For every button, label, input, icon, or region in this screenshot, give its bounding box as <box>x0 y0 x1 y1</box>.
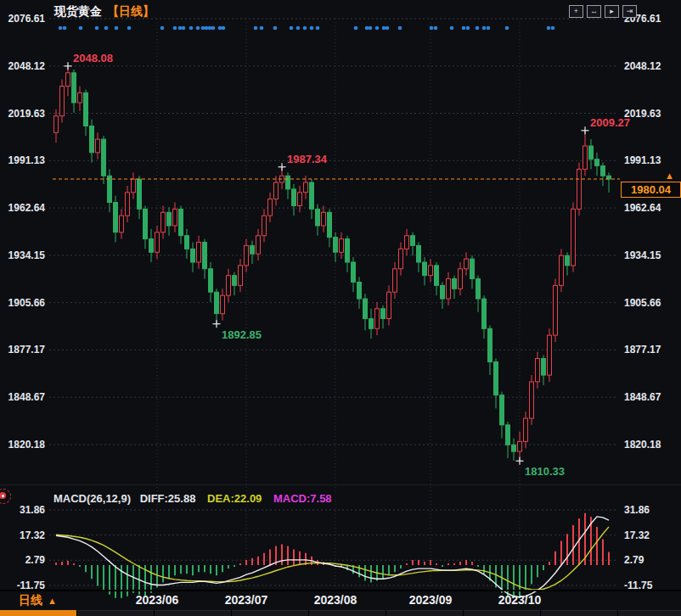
macd-layer <box>56 513 609 598</box>
axis-tick-label: 2019.63 <box>8 108 45 120</box>
panel-divider <box>0 484 681 485</box>
bottom-tab-6[interactable] <box>464 610 540 616</box>
latest-price-arrow-icon: ▲ <box>665 171 674 180</box>
axis-tick-label: 2048.12 <box>624 60 661 72</box>
period-selector[interactable]: 日线▲ <box>19 593 57 608</box>
period-selector-label: 日线 <box>19 593 42 607</box>
bottom-tab-5[interactable] <box>386 610 463 616</box>
macd-diff-value: DIFF:25.88 <box>140 492 196 505</box>
month-tick-2023-08: 2023/08 <box>314 593 357 607</box>
axis-tick-label: 1991.13 <box>624 154 661 166</box>
axis-tick-label: 17.32 <box>20 529 45 541</box>
candle-layer <box>54 66 611 461</box>
axis-tick-label: 1877.17 <box>8 344 45 356</box>
macd-name-label: MACD(26,12,9) <box>53 492 131 505</box>
time-axis: 日线▲ 2023/062023/072023/082023/092023/10 <box>0 591 681 608</box>
symbol-name: 现货黄金 <box>54 4 102 18</box>
chart-title: 现货黄金 【日线】 <box>54 4 155 20</box>
bottom-tab-3[interactable] <box>232 610 308 616</box>
axis-tick-label: 1905.66 <box>624 297 661 309</box>
axis-tick-label: 1820.18 <box>8 439 45 451</box>
axis-tick-label: 2.79 <box>624 554 644 566</box>
axis-tick-label: 2019.63 <box>624 108 661 120</box>
fit-width-tool-icon[interactable]: ↔ <box>587 5 601 18</box>
month-tick-2023-07: 2023/07 <box>225 593 268 607</box>
month-tick-2023-09: 2023/09 <box>409 593 453 607</box>
bottom-tab-0[interactable] <box>0 610 76 616</box>
axis-tick-label: 2.79 <box>25 554 45 566</box>
axis-tick-label: 1820.18 <box>624 439 661 451</box>
price-axis-left: 2076.612048.122019.631991.131962.641934.… <box>0 0 47 616</box>
move-tool-icon[interactable]: + <box>569 5 583 18</box>
axis-tick-label: 1877.17 <box>624 344 661 356</box>
month-tick-2023-10: 2023/10 <box>498 593 542 607</box>
period-up-arrow-icon: ▲ <box>48 596 57 606</box>
bottom-tab-2[interactable] <box>155 610 231 616</box>
axis-tick-label: 1991.13 <box>8 154 45 166</box>
extreme-markers-layer <box>65 62 589 464</box>
month-tick-2023-06: 2023/06 <box>136 593 179 607</box>
axis-tick-label: 2048.12 <box>8 60 45 72</box>
bottom-tab-4[interactable] <box>309 610 386 616</box>
axis-tick-label: 1905.66 <box>8 297 45 309</box>
macd-dea-value: DEA:22.09 <box>207 492 262 505</box>
axis-tick-label: 31.86 <box>624 504 650 516</box>
axis-tick-label: 17.32 <box>624 529 650 541</box>
axis-tick-label: 1934.15 <box>8 249 45 261</box>
jump-to-latest-tool-icon[interactable]: ⇥ <box>622 5 637 18</box>
macd-header: MACD(26,12,9) DIFF:25.88 DEA:22.09 MACD:… <box>53 492 332 505</box>
event-dots-layer <box>59 26 555 31</box>
axis-tick-label: 1962.64 <box>8 202 45 214</box>
bottom-tab-7[interactable] <box>541 610 617 616</box>
macd-macd-value: MACD:7.58 <box>273 492 332 505</box>
chart-toolbar: +↔▸⇥ <box>569 5 637 18</box>
bottom-tab-bar <box>0 610 681 616</box>
axis-tick-label: 2076.61 <box>8 13 45 25</box>
chart-window: 2076.612048.122019.631991.131962.641934.… <box>0 0 681 616</box>
candlestick-chart-canvas[interactable] <box>0 0 681 616</box>
bottom-tab-1[interactable] <box>77 610 154 616</box>
play-forward-tool-icon[interactable]: ▸ <box>605 5 619 18</box>
period-tag: 【日线】 <box>107 4 155 18</box>
axis-tick-label: 1848.67 <box>8 391 45 403</box>
current-price-label[interactable]: 1980.04 <box>621 182 681 198</box>
price-axis-right: 2076.612048.122019.631991.131962.641934.… <box>622 0 681 616</box>
axis-tick-label: 31.86 <box>20 504 45 516</box>
axis-tick-label: 1934.15 <box>624 249 661 261</box>
axis-tick-label: 1848.67 <box>624 391 661 403</box>
axis-tick-label: 1962.64 <box>624 202 661 214</box>
bottom-tab-8[interactable] <box>618 610 681 616</box>
